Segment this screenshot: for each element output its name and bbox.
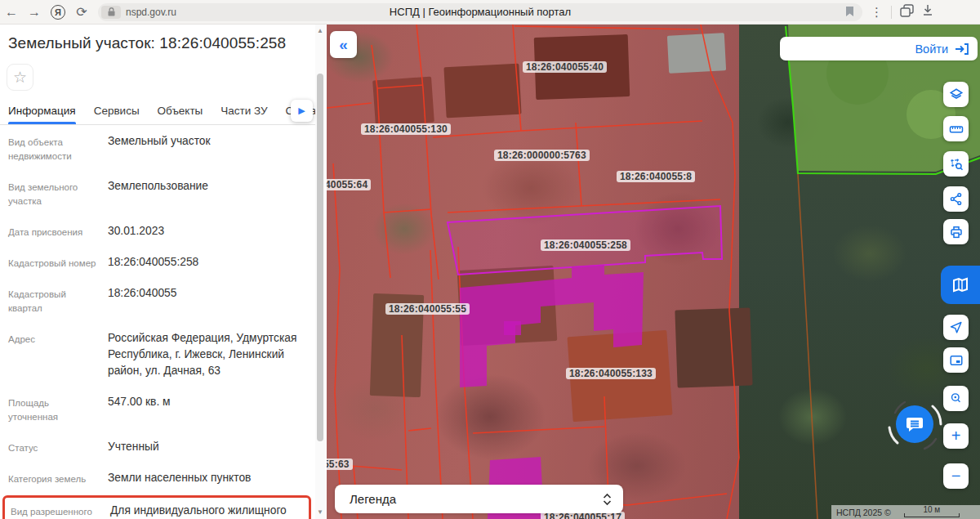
login-button[interactable]: Войти — [780, 37, 978, 60]
browser-menu-icon[interactable]: ⋮ — [871, 5, 883, 20]
tab-information[interactable]: Информация — [8, 105, 76, 124]
plus-icon: + — [951, 427, 961, 445]
mini-map-icon — [949, 353, 964, 368]
map-search-icon — [949, 391, 963, 405]
bookmark-icon[interactable] — [845, 6, 854, 20]
forward-icon[interactable]: → — [23, 2, 46, 22]
attributes-list: Вид объекта недвижимостиЗемельный участо… — [0, 126, 314, 519]
scroll-up-icon[interactable]: ▲ — [315, 26, 325, 36]
panel-tabs: Информация Сервисы Объекты Части ЗУ Сост… — [0, 98, 315, 125]
ruler-icon — [949, 122, 964, 136]
zoom-in-button[interactable]: + — [943, 423, 969, 449]
browser-toolbar: ← → Я ⟳ nspd.gov.ru НСПД | Геоинформацио… — [0, 0, 980, 25]
legend-toggle[interactable]: Легенда — [335, 485, 623, 513]
printer-icon — [949, 225, 964, 239]
measure-button[interactable] — [943, 116, 969, 141]
field-row: Категория земельЗемли населенных пунктов — [0, 463, 314, 494]
layers-button[interactable] — [943, 82, 969, 107]
field-row: Кадастровый квартал18:26:040055 — [0, 278, 314, 323]
chat-bubble-icon — [905, 414, 924, 434]
parcel-label: 18:26:000000:5763 — [494, 150, 590, 161]
downloads-icon[interactable] — [922, 4, 933, 20]
overview-map-button[interactable] — [943, 347, 969, 373]
field-row-permitted-use-highlighted: Вид разрешенного использованияДля индиви… — [2, 495, 311, 519]
share-button[interactable] — [943, 186, 969, 212]
map-attribution: НСПД 2025 © 10 м — [831, 505, 980, 519]
cadastral-layer — [327, 25, 980, 519]
parcel-label: 55:63 — [327, 459, 353, 470]
parcel-label: 18:26:040055:130 — [361, 123, 451, 135]
tabs-scroll-right-button[interactable]: ▶ — [291, 100, 313, 122]
basemap-button-active[interactable] — [941, 266, 980, 304]
parcel-label: 40055:64 — [327, 179, 371, 190]
address-bar[interactable]: nspd.gov.ru НСПД | Геоинформационный пор… — [98, 3, 862, 21]
lock-icon — [101, 6, 121, 19]
share-icon — [949, 192, 963, 206]
collapse-panel-button[interactable]: « — [330, 31, 357, 58]
field-row: Дата присвоения30.01.2023 — [0, 216, 314, 247]
chevron-up-down-icon — [603, 493, 612, 506]
layers-icon — [949, 87, 964, 102]
basemap-icon — [951, 275, 970, 295]
login-icon — [955, 43, 969, 56]
panel-scrollbar[interactable]: ▲ ▼ — [315, 25, 325, 519]
locate-me-button[interactable] — [943, 315, 969, 340]
zoom-out-button[interactable]: − — [943, 463, 969, 489]
scale-bar: 10 м — [902, 508, 961, 517]
support-chat-button[interactable] — [896, 405, 933, 443]
page-title: Земельный участок: 18:26:040055:258 — [0, 25, 327, 52]
tab-objects[interactable]: Объекты — [158, 105, 203, 124]
divider — [891, 6, 892, 19]
field-row: АдресРоссийская Федерация, Удмуртская Ре… — [0, 323, 314, 387]
tab-parcel-parts[interactable]: Части ЗУ — [220, 105, 267, 124]
spatial-search-button[interactable] — [943, 151, 969, 177]
star-icon: ☆ — [13, 68, 27, 87]
minus-icon: − — [951, 467, 961, 485]
scale-line — [904, 513, 960, 517]
navigation-arrow-icon — [949, 320, 963, 334]
back-icon[interactable]: ← — [0, 2, 23, 22]
scrollbar-thumb[interactable] — [317, 74, 323, 441]
chevron-right-icon: ▶ — [298, 105, 305, 116]
parcel-label-selected: 18:26:040055:258 — [541, 239, 630, 251]
parcel-label: 18:26:040055:40 — [523, 61, 607, 73]
field-row: Площадь уточненная547.00 кв. м — [0, 387, 314, 432]
field-row: СтатусУчтенный — [0, 432, 314, 463]
field-row: Вид земельного участкаЗемлепользование — [0, 171, 314, 216]
search-on-map-button[interactable] — [943, 386, 969, 411]
favorite-button[interactable]: ☆ — [7, 64, 33, 91]
url-text: nspd.gov.ru — [126, 7, 176, 18]
field-row: Кадастровый номер18:26:040055:258 — [0, 247, 314, 278]
parcel-label: 18:26:040055:133 — [566, 368, 656, 379]
object-info-panel: Земельный участок: 18:26:040055:258 ☆ Ин… — [0, 25, 327, 519]
tabs-panel-icon[interactable] — [900, 4, 914, 20]
attribution-text: НСПД 2025 © — [836, 508, 891, 517]
polygon-search-icon — [949, 157, 964, 172]
reload-icon[interactable]: ⟳ — [70, 2, 93, 22]
page-title-text: НСПД | Геоинформационный портал — [98, 6, 862, 18]
print-button[interactable] — [943, 219, 969, 244]
chevrons-left-icon: « — [339, 36, 348, 54]
map-canvas[interactable]: 18:26:040055:40 18:26:040055:130 18:26:0… — [327, 25, 980, 519]
parcel-label: 18:26:040055:8 — [617, 171, 695, 182]
yandex-browser-icon[interactable]: Я — [51, 5, 65, 20]
scroll-down-icon[interactable]: ▼ — [315, 508, 325, 517]
parcel-label: 18:26:040055:55 — [385, 303, 470, 315]
tab-services[interactable]: Сервисы — [94, 105, 140, 124]
field-row: Вид объекта недвижимостиЗемельный участо… — [0, 126, 314, 171]
